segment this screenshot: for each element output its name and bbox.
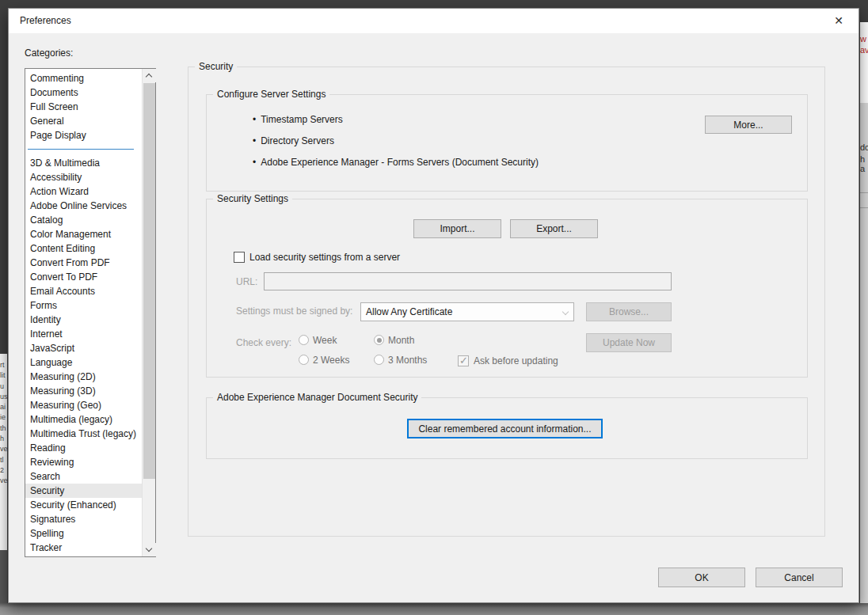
category-item[interactable]: Security (Enhanced) — [25, 498, 142, 512]
categories-listbox: CommentingDocumentsFull ScreenGeneralPag… — [25, 68, 156, 557]
category-item[interactable]: Content Editing — [25, 241, 142, 256]
import-button[interactable]: Import... — [413, 219, 501, 238]
category-item[interactable]: Spelling — [25, 526, 142, 541]
category-item[interactable]: 3D & Multimedia — [25, 156, 142, 170]
category-item[interactable]: Measuring (2D) — [25, 370, 142, 384]
dialog-titlebar: Preferences ✕ — [9, 9, 858, 33]
radio-month-label: Month — [388, 335, 414, 347]
category-item[interactable]: Action Wizard — [25, 184, 142, 199]
background-text-fragment: ve — [0, 444, 7, 454]
categories-list: CommentingDocumentsFull ScreenGeneralPag… — [25, 69, 142, 556]
category-item[interactable]: Convert To PDF — [25, 270, 142, 284]
background-text-fragment: w — [860, 33, 868, 44]
categories-label: Categories: — [25, 47, 73, 59]
signed-by-value: Allow Any Certificate — [366, 303, 452, 321]
category-item[interactable]: Tracker — [25, 541, 142, 555]
check-every-label: Check every: — [236, 337, 291, 348]
background-right-top-sliver: wav — [860, 22, 868, 103]
category-item[interactable]: Documents — [25, 85, 142, 100]
background-divider — [860, 207, 868, 208]
background-text-fragment: th — [0, 423, 7, 434]
category-item[interactable]: Security — [25, 484, 142, 498]
radio-week-label: Week — [313, 335, 337, 347]
close-icon[interactable]: ✕ — [825, 9, 852, 33]
preferences-dialog: Preferences ✕ Categories: CommentingDocu… — [8, 8, 859, 603]
ok-button[interactable]: OK — [658, 568, 745, 587]
background-bottom-strip — [0, 603, 868, 615]
category-item[interactable]: Language — [25, 355, 142, 370]
background-text-fragment: do — [860, 142, 868, 152]
cancel-button[interactable]: Cancel — [756, 568, 843, 587]
radio-month[interactable] — [374, 335, 384, 345]
category-item[interactable]: Adobe Online Services — [25, 199, 142, 213]
export-button[interactable]: Export... — [510, 219, 598, 238]
browse-button[interactable]: Browse... — [586, 302, 672, 321]
category-item[interactable]: Multimedia (legacy) — [25, 412, 142, 427]
ask-before-updating-checkbox[interactable] — [458, 355, 469, 366]
background-text-fragment: u — [0, 382, 7, 392]
category-item[interactable]: Forms — [25, 298, 142, 313]
radio-2weeks[interactable] — [299, 355, 309, 365]
bullet-item: •Timestamp Servers — [253, 112, 343, 127]
background-text-fragment: h a — [860, 154, 868, 173]
category-item[interactable]: Commenting — [25, 71, 142, 85]
bullet-icon: • — [253, 135, 256, 146]
radio-3months-label: 3 Months — [388, 355, 427, 366]
background-divider — [860, 192, 868, 193]
bullet-icon: • — [253, 114, 256, 125]
load-settings-label: Load security settings from a server — [249, 252, 400, 264]
category-item[interactable]: Convert From PDF — [25, 256, 142, 270]
bullet-icon: • — [253, 157, 256, 168]
background-text-fragment: ie — [0, 412, 7, 423]
security-group: Security Configure Server Settings •Time… — [188, 66, 825, 537]
bullet-item: •Directory Servers — [253, 134, 334, 148]
category-item[interactable]: JavaScript — [25, 341, 142, 355]
url-label: URL: — [236, 276, 257, 287]
category-item[interactable]: Search — [25, 469, 142, 484]
category-item[interactable]: Measuring (3D) — [25, 384, 142, 398]
category-item[interactable]: Reading — [25, 441, 142, 455]
category-item[interactable]: Signatures — [25, 512, 142, 526]
ask-before-updating-label: Ask before updating — [474, 355, 558, 367]
background-text-fragment: ve — [0, 476, 7, 486]
category-item[interactable]: General — [25, 114, 142, 128]
category-item[interactable]: Internet — [25, 327, 142, 341]
aem-security-group: Adobe Experience Manager Document Securi… — [206, 397, 808, 459]
category-item[interactable]: Color Management — [25, 227, 142, 241]
category-item[interactable]: Reviewing — [25, 455, 142, 469]
background-left-dark — [0, 550, 7, 603]
scroll-down-icon[interactable] — [143, 543, 156, 556]
category-item[interactable]: Measuring (Geo) — [25, 398, 142, 412]
update-now-button[interactable]: Update Now — [586, 333, 672, 352]
background-text-fragment: rt — [0, 360, 7, 370]
load-settings-checkbox[interactable] — [234, 252, 245, 263]
radio-week[interactable] — [299, 335, 309, 345]
chevron-down-icon — [562, 309, 569, 315]
category-item[interactable]: Full Screen — [25, 100, 142, 114]
server-settings-title: Configure Server Settings — [213, 89, 329, 100]
category-item[interactable]: Catalog — [25, 213, 142, 227]
clear-account-info-button[interactable]: Clear remembered account information... — [407, 419, 603, 438]
radio-3months[interactable] — [374, 355, 384, 365]
list-divider — [25, 142, 142, 156]
scrollbar-thumb[interactable] — [143, 83, 155, 479]
signed-by-select[interactable]: Allow Any Certificate — [360, 302, 574, 321]
more-button[interactable]: More... — [705, 116, 792, 134]
category-item[interactable]: Email Accounts — [25, 284, 142, 298]
security-settings-group: Security Settings Import... Export... Lo… — [206, 199, 808, 378]
signed-by-label: Settings must be signed by: — [236, 306, 352, 317]
background-text-fragment: 2 — [0, 465, 7, 476]
background-left-sliver: rtlituusaiiethhvetl2ve — [0, 354, 7, 550]
category-item[interactable]: Multimedia Trust (legacy) — [25, 427, 142, 441]
category-item[interactable]: Page Display — [25, 128, 142, 142]
url-input[interactable] — [264, 272, 672, 290]
categories-scrollbar[interactable] — [142, 69, 155, 556]
category-item[interactable]: Accessibility — [25, 170, 142, 184]
background-text-fragment: av — [860, 44, 868, 55]
scroll-up-icon[interactable] — [143, 69, 156, 82]
bullet-item: •Adobe Experience Manager - Forms Server… — [253, 155, 539, 169]
security-settings-title: Security Settings — [213, 193, 292, 204]
security-group-title: Security — [195, 61, 237, 72]
category-item[interactable]: Identity — [25, 313, 142, 327]
background-text-fragment: lit — [0, 370, 7, 381]
